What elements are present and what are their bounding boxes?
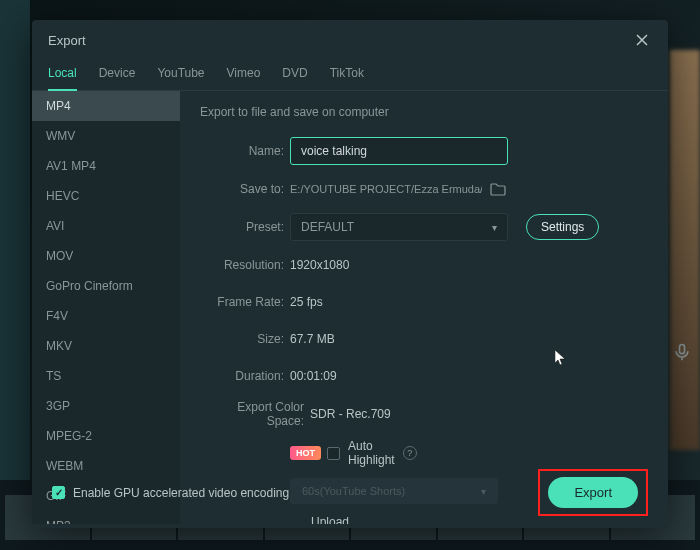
name-input[interactable] xyxy=(290,137,508,165)
close-button[interactable] xyxy=(632,30,652,50)
tab-local[interactable]: Local xyxy=(48,58,77,90)
preset-label: Preset: xyxy=(200,220,290,234)
format-hevc[interactable]: HEVC xyxy=(32,181,180,211)
svg-rect-0 xyxy=(680,345,685,354)
tab-dvd[interactable]: DVD xyxy=(282,58,307,90)
close-icon xyxy=(635,33,649,47)
tab-device[interactable]: Device xyxy=(99,58,136,90)
name-label: Name: xyxy=(200,144,290,158)
cursor-icon xyxy=(555,350,567,369)
framerate-value: 25 fps xyxy=(290,295,648,309)
colorspace-label: Export Color Space: xyxy=(200,400,310,428)
gpu-checkbox[interactable] xyxy=(52,486,65,499)
format-mov[interactable]: MOV xyxy=(32,241,180,271)
preset-select[interactable]: DEFAULT ▾ xyxy=(290,213,508,241)
export-highlight-box: Export xyxy=(538,469,648,516)
export-button[interactable]: Export xyxy=(548,477,638,508)
microphone-icon[interactable] xyxy=(672,342,692,362)
dialog-title: Export xyxy=(48,33,86,48)
size-label: Size: xyxy=(200,332,290,346)
format-mp4[interactable]: MP4 xyxy=(32,91,180,121)
export-dialog: Export LocalDeviceYouTubeVimeoDVDTikTok … xyxy=(32,20,668,528)
panel-subtitle: Export to file and save on computer xyxy=(200,105,648,119)
duration-value: 00:01:09 xyxy=(290,369,648,383)
tab-youtube[interactable]: YouTube xyxy=(157,58,204,90)
format-3gp[interactable]: 3GP xyxy=(32,391,180,421)
settings-button[interactable]: Settings xyxy=(526,214,599,240)
gpu-label: Enable GPU accelerated video encoding xyxy=(73,486,289,500)
duration-label: Duration: xyxy=(200,369,290,383)
resolution-value: 1920x1080 xyxy=(290,258,648,272)
format-f4v[interactable]: F4V xyxy=(32,301,180,331)
format-av1-mp4[interactable]: AV1 MP4 xyxy=(32,151,180,181)
gpu-acceleration-option[interactable]: Enable GPU accelerated video encoding xyxy=(52,486,289,500)
tab-tiktok[interactable]: TikTok xyxy=(330,58,364,90)
format-mpeg-2[interactable]: MPEG-2 xyxy=(32,421,180,451)
preset-value: DEFAULT xyxy=(301,220,354,234)
colorspace-value: SDR - Rec.709 xyxy=(310,407,648,421)
format-mkv[interactable]: MKV xyxy=(32,331,180,361)
size-value: 67.7 MB xyxy=(290,332,648,346)
export-tabs: LocalDeviceYouTubeVimeoDVDTikTok xyxy=(32,58,668,91)
resolution-label: Resolution: xyxy=(200,258,290,272)
framerate-label: Frame Rate: xyxy=(200,295,290,309)
save-path-text: E:/YOUTUBE PROJECT/Ezza Ermuda/recrea xyxy=(290,183,482,195)
format-wmv[interactable]: WMV xyxy=(32,121,180,151)
save-to-label: Save to: xyxy=(200,182,290,196)
format-avi[interactable]: AVI xyxy=(32,211,180,241)
chevron-down-icon: ▾ xyxy=(492,222,497,233)
folder-icon[interactable] xyxy=(490,182,506,196)
format-ts[interactable]: TS xyxy=(32,361,180,391)
tab-vimeo[interactable]: Vimeo xyxy=(227,58,261,90)
format-gopro-cineform[interactable]: GoPro Cineform xyxy=(32,271,180,301)
